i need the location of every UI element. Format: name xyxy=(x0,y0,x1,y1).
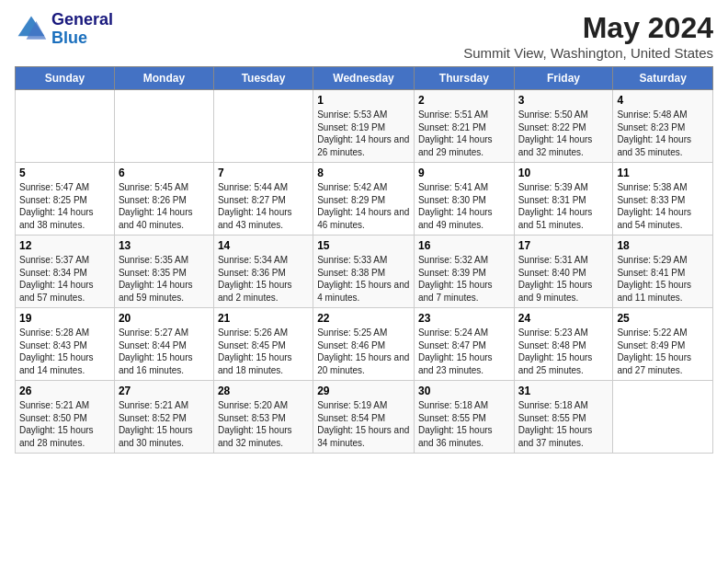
subtitle: Summit View, Washington, United States xyxy=(463,45,713,61)
day-number: 22 xyxy=(317,312,410,325)
calendar-cell xyxy=(16,90,115,163)
header-day-tuesday: Tuesday xyxy=(213,67,313,90)
day-info: Sunrise: 5:38 AM Sunset: 8:33 PM Dayligh… xyxy=(617,181,709,231)
day-info: Sunrise: 5:44 AM Sunset: 8:27 PM Dayligh… xyxy=(218,181,309,231)
week-row-2: 12Sunrise: 5:37 AM Sunset: 8:34 PM Dayli… xyxy=(16,236,713,308)
day-info: Sunrise: 5:24 AM Sunset: 8:47 PM Dayligh… xyxy=(418,327,510,376)
day-number: 20 xyxy=(119,312,210,325)
header-day-friday: Friday xyxy=(514,67,613,90)
calendar-cell: 26Sunrise: 5:21 AM Sunset: 8:50 PM Dayli… xyxy=(16,381,115,454)
day-info: Sunrise: 5:28 AM Sunset: 8:43 PM Dayligh… xyxy=(19,327,110,376)
day-number: 7 xyxy=(218,167,309,179)
calendar-cell: 27Sunrise: 5:21 AM Sunset: 8:52 PM Dayli… xyxy=(114,381,213,454)
calendar-cell: 16Sunrise: 5:32 AM Sunset: 8:39 PM Dayli… xyxy=(414,236,514,308)
day-info: Sunrise: 5:51 AM Sunset: 8:21 PM Dayligh… xyxy=(418,109,510,158)
calendar-cell: 11Sunrise: 5:38 AM Sunset: 8:33 PM Dayli… xyxy=(613,163,713,236)
day-number: 27 xyxy=(119,385,210,397)
day-number: 2 xyxy=(418,94,510,107)
header-day-thursday: Thursday xyxy=(414,67,514,90)
week-row-0: 1Sunrise: 5:53 AM Sunset: 8:19 PM Daylig… xyxy=(16,90,713,163)
day-number: 24 xyxy=(518,312,609,325)
week-row-1: 5Sunrise: 5:47 AM Sunset: 8:25 PM Daylig… xyxy=(16,163,713,236)
day-number: 9 xyxy=(418,167,510,179)
calendar-cell: 28Sunrise: 5:20 AM Sunset: 8:53 PM Dayli… xyxy=(213,381,313,454)
calendar-cell: 24Sunrise: 5:23 AM Sunset: 8:48 PM Dayli… xyxy=(514,308,613,381)
day-info: Sunrise: 5:19 AM Sunset: 8:54 PM Dayligh… xyxy=(317,399,410,449)
calendar-cell: 12Sunrise: 5:37 AM Sunset: 8:34 PM Dayli… xyxy=(16,236,115,308)
calendar-cell: 10Sunrise: 5:39 AM Sunset: 8:31 PM Dayli… xyxy=(514,163,613,236)
day-info: Sunrise: 5:45 AM Sunset: 8:26 PM Dayligh… xyxy=(119,181,210,231)
day-info: Sunrise: 5:18 AM Sunset: 8:55 PM Dayligh… xyxy=(418,399,510,449)
logo-icon xyxy=(15,13,48,46)
day-info: Sunrise: 5:34 AM Sunset: 8:36 PM Dayligh… xyxy=(218,254,309,304)
calendar-cell: 29Sunrise: 5:19 AM Sunset: 8:54 PM Dayli… xyxy=(313,381,415,454)
day-number: 29 xyxy=(317,385,410,397)
day-info: Sunrise: 5:20 AM Sunset: 8:53 PM Dayligh… xyxy=(218,399,309,449)
day-number: 4 xyxy=(617,94,709,107)
page: General Blue May 2024 Summit View, Washi… xyxy=(0,0,728,461)
day-info: Sunrise: 5:37 AM Sunset: 8:34 PM Dayligh… xyxy=(19,254,110,304)
calendar-cell: 17Sunrise: 5:31 AM Sunset: 8:40 PM Dayli… xyxy=(514,236,613,308)
day-info: Sunrise: 5:53 AM Sunset: 8:19 PM Dayligh… xyxy=(317,109,410,158)
day-number: 3 xyxy=(518,94,609,107)
week-row-3: 19Sunrise: 5:28 AM Sunset: 8:43 PM Dayli… xyxy=(16,308,713,381)
header-row: SundayMondayTuesdayWednesdayThursdayFrid… xyxy=(16,67,713,90)
day-number: 14 xyxy=(218,239,309,252)
calendar-cell: 19Sunrise: 5:28 AM Sunset: 8:43 PM Dayli… xyxy=(16,308,115,381)
day-info: Sunrise: 5:31 AM Sunset: 8:40 PM Dayligh… xyxy=(518,254,609,304)
logo: General Blue xyxy=(15,11,113,48)
day-number: 6 xyxy=(119,167,210,179)
day-number: 26 xyxy=(19,385,110,397)
day-info: Sunrise: 5:21 AM Sunset: 8:50 PM Dayligh… xyxy=(19,399,110,449)
day-info: Sunrise: 5:26 AM Sunset: 8:45 PM Dayligh… xyxy=(218,327,309,376)
calendar-cell: 22Sunrise: 5:25 AM Sunset: 8:46 PM Dayli… xyxy=(313,308,415,381)
day-number: 16 xyxy=(418,239,510,252)
calendar-cell xyxy=(613,381,713,454)
calendar-cell xyxy=(213,90,313,163)
day-info: Sunrise: 5:48 AM Sunset: 8:23 PM Dayligh… xyxy=(617,109,709,158)
day-number: 17 xyxy=(518,239,609,252)
calendar-cell: 9Sunrise: 5:41 AM Sunset: 8:30 PM Daylig… xyxy=(414,163,514,236)
day-number: 11 xyxy=(617,167,709,179)
logo-text: General Blue xyxy=(51,11,113,48)
day-info: Sunrise: 5:47 AM Sunset: 8:25 PM Dayligh… xyxy=(19,181,110,231)
day-number: 23 xyxy=(418,312,510,325)
header-day-monday: Monday xyxy=(114,67,213,90)
day-number: 13 xyxy=(119,239,210,252)
day-info: Sunrise: 5:50 AM Sunset: 8:22 PM Dayligh… xyxy=(518,109,609,158)
calendar-cell: 3Sunrise: 5:50 AM Sunset: 8:22 PM Daylig… xyxy=(514,90,613,163)
calendar-cell: 18Sunrise: 5:29 AM Sunset: 8:41 PM Dayli… xyxy=(613,236,713,308)
day-info: Sunrise: 5:18 AM Sunset: 8:55 PM Dayligh… xyxy=(518,399,609,449)
day-number: 25 xyxy=(617,312,709,325)
calendar-cell: 30Sunrise: 5:18 AM Sunset: 8:55 PM Dayli… xyxy=(414,381,514,454)
day-number: 19 xyxy=(19,312,110,325)
day-number: 30 xyxy=(418,385,510,397)
calendar-cell: 25Sunrise: 5:22 AM Sunset: 8:49 PM Dayli… xyxy=(613,308,713,381)
day-info: Sunrise: 5:23 AM Sunset: 8:48 PM Dayligh… xyxy=(518,327,609,376)
header-day-sunday: Sunday xyxy=(16,67,115,90)
calendar-cell: 23Sunrise: 5:24 AM Sunset: 8:47 PM Dayli… xyxy=(414,308,514,381)
day-number: 31 xyxy=(518,385,609,397)
calendar-cell: 20Sunrise: 5:27 AM Sunset: 8:44 PM Dayli… xyxy=(114,308,213,381)
day-info: Sunrise: 5:27 AM Sunset: 8:44 PM Dayligh… xyxy=(119,327,210,376)
header-day-wednesday: Wednesday xyxy=(313,67,415,90)
day-number: 12 xyxy=(19,239,110,252)
day-number: 1 xyxy=(317,94,410,107)
day-info: Sunrise: 5:29 AM Sunset: 8:41 PM Dayligh… xyxy=(617,254,709,304)
day-info: Sunrise: 5:35 AM Sunset: 8:35 PM Dayligh… xyxy=(119,254,210,304)
week-row-4: 26Sunrise: 5:21 AM Sunset: 8:50 PM Dayli… xyxy=(16,381,713,454)
main-title: May 2024 xyxy=(463,11,713,45)
day-info: Sunrise: 5:41 AM Sunset: 8:30 PM Dayligh… xyxy=(418,181,510,231)
day-number: 10 xyxy=(518,167,609,179)
day-number: 21 xyxy=(218,312,309,325)
calendar-cell: 31Sunrise: 5:18 AM Sunset: 8:55 PM Dayli… xyxy=(514,381,613,454)
calendar-table: SundayMondayTuesdayWednesdayThursdayFrid… xyxy=(15,66,713,454)
calendar-cell: 1Sunrise: 5:53 AM Sunset: 8:19 PM Daylig… xyxy=(313,90,415,163)
calendar-cell: 15Sunrise: 5:33 AM Sunset: 8:38 PM Dayli… xyxy=(313,236,415,308)
header-day-saturday: Saturday xyxy=(613,67,713,90)
calendar-cell: 14Sunrise: 5:34 AM Sunset: 8:36 PM Dayli… xyxy=(213,236,313,308)
header: General Blue May 2024 Summit View, Washi… xyxy=(15,11,713,61)
day-info: Sunrise: 5:39 AM Sunset: 8:31 PM Dayligh… xyxy=(518,181,609,231)
calendar-cell: 5Sunrise: 5:47 AM Sunset: 8:25 PM Daylig… xyxy=(16,163,115,236)
day-number: 15 xyxy=(317,239,410,252)
